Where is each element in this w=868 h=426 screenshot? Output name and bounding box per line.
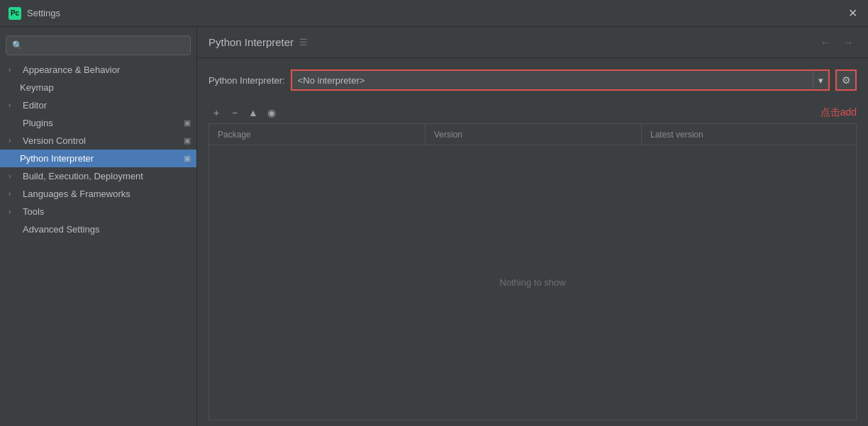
close-button[interactable]: ✕: [848, 8, 859, 19]
sidebar-item-label: Advanced Settings: [23, 224, 99, 235]
up-package-button[interactable]: ▲: [245, 105, 261, 120]
search-icon: 🔍: [12, 40, 23, 50]
plugins-icon: ▣: [184, 118, 191, 128]
empty-state-text: Nothing to show: [499, 277, 565, 288]
sidebar: 🔍 › Appearance & Behavior Keymap › Edito…: [0, 27, 197, 426]
sidebar-item-label: Tools: [23, 206, 44, 217]
sidebar-item-label: Keymap: [20, 82, 54, 93]
interpreter-value: <No interpreter>: [292, 75, 813, 86]
sidebar-item-languages-frameworks[interactable]: › Languages & Frameworks: [0, 185, 196, 203]
interpreter-label: Python Interpreter:: [208, 75, 285, 86]
main-content: 🔍 › Appearance & Behavior Keymap › Edito…: [0, 27, 868, 426]
chevron-right-icon: ›: [9, 190, 17, 198]
sidebar-item-label: Version Control: [23, 135, 86, 146]
gear-button[interactable]: ⚙: [835, 69, 857, 91]
sidebar-item-build-execution[interactable]: › Build, Execution, Deployment: [0, 167, 196, 185]
titlebar-left: Pc Settings: [9, 7, 60, 20]
app-icon: Pc: [9, 7, 21, 20]
sidebar-item-label: Python Interpreter: [20, 153, 94, 164]
table-header: Package Version Latest version: [209, 124, 856, 145]
panel-header: Python Interpreter ☰ ← →: [197, 27, 868, 58]
interpreter-select-wrapper[interactable]: <No interpreter> ▾: [291, 69, 830, 91]
add-hint: 点击add: [820, 106, 857, 119]
sidebar-item-label: Languages & Frameworks: [23, 189, 130, 199]
titlebar: Pc Settings ✕: [0, 0, 868, 27]
sidebar-item-advanced-settings[interactable]: › Advanced Settings: [0, 220, 196, 238]
sidebar-item-label: Editor: [23, 100, 47, 111]
sidebar-item-python-interpreter[interactable]: Python Interpreter ▣: [0, 150, 196, 167]
version-control-icon: ▣: [184, 136, 191, 145]
right-panel: Python Interpreter ☰ ← → Python Interpre…: [197, 27, 868, 426]
panel-title: Python Interpreter: [208, 36, 294, 48]
chevron-right-icon: ›: [9, 66, 17, 74]
panel-body: Python Interpreter: <No interpreter> ▾ ⚙…: [197, 58, 868, 426]
search-box[interactable]: 🔍: [6, 35, 191, 55]
back-button[interactable]: ←: [817, 34, 834, 51]
add-package-button[interactable]: +: [208, 105, 224, 120]
column-version: Version: [425, 124, 642, 145]
python-interpreter-icon: ▣: [184, 154, 191, 163]
interpreter-row: Python Interpreter: <No interpreter> ▾ ⚙: [197, 58, 868, 102]
settings-window: Pc Settings ✕ 🔍 › Appearance & Behavior …: [0, 0, 868, 426]
sidebar-item-plugins[interactable]: › Plugins ▣: [0, 114, 196, 132]
chevron-right-icon: ›: [9, 172, 17, 180]
window-title: Settings: [27, 8, 60, 18]
sidebar-item-appearance[interactable]: › Appearance & Behavior: [0, 61, 196, 79]
toolbar-left: + − ▲ ◉: [208, 105, 279, 120]
packages-table: Package Version Latest version Nothing t…: [208, 123, 857, 420]
sidebar-item-keymap[interactable]: Keymap: [0, 79, 196, 96]
remove-package-button[interactable]: −: [227, 105, 243, 120]
table-body: Nothing to show: [209, 145, 856, 420]
sidebar-item-label: Plugins: [23, 118, 53, 128]
chevron-right-icon: ›: [9, 137, 17, 145]
interpreter-dropdown-arrow[interactable]: ▾: [813, 70, 828, 90]
eye-button[interactable]: ◉: [264, 105, 279, 120]
forward-button[interactable]: →: [840, 34, 857, 51]
sidebar-item-editor[interactable]: › Editor: [0, 96, 196, 114]
chevron-right-icon: ›: [9, 208, 17, 215]
column-latest-version: Latest version: [642, 124, 856, 145]
column-package: Package: [209, 124, 425, 145]
sidebar-item-label: Build, Execution, Deployment: [23, 171, 143, 181]
chevron-right-icon: ›: [9, 101, 17, 109]
panel-title-area: Python Interpreter ☰: [208, 36, 308, 48]
panel-nav: ← →: [817, 34, 857, 51]
packages-toolbar: + − ▲ ◉ 点击add: [197, 102, 868, 123]
sidebar-item-tools[interactable]: › Tools: [0, 203, 196, 220]
sidebar-item-label: Appearance & Behavior: [23, 65, 120, 75]
sidebar-item-version-control[interactable]: › Version Control ▣: [0, 132, 196, 150]
pin-icon[interactable]: ☰: [299, 37, 308, 47]
